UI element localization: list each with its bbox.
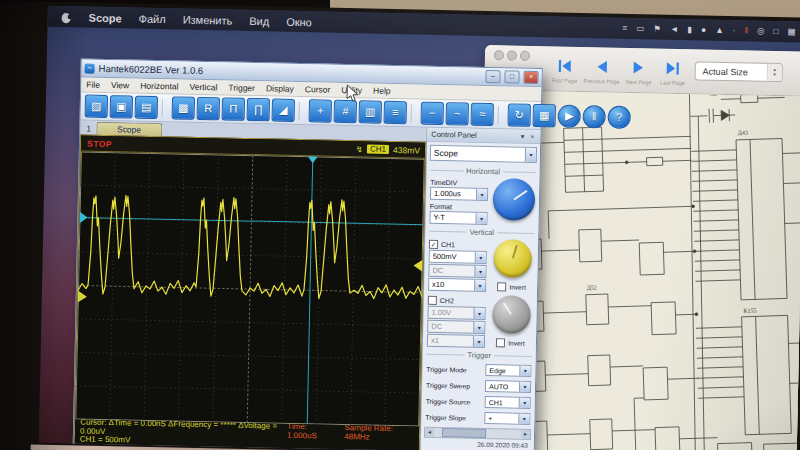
next-page-button[interactable] bbox=[627, 59, 651, 79]
channel1-position-marker[interactable] bbox=[78, 290, 87, 302]
ch2-invert-checkbox[interactable] bbox=[496, 338, 505, 347]
trigger-source-value: CH1 bbox=[489, 399, 503, 406]
cursor-tool-icon[interactable]: + bbox=[309, 99, 332, 122]
menu-vertical[interactable]: Vertical bbox=[189, 82, 217, 93]
stepper-icon[interactable]: ▲▼ bbox=[767, 64, 782, 81]
auto-set-icon[interactable]: ▦ bbox=[532, 104, 555, 127]
menu-app-scope[interactable]: Scope bbox=[89, 11, 122, 24]
ch2-probe-select[interactable]: x1▼ bbox=[427, 334, 485, 348]
apple-menu-icon[interactable] bbox=[62, 11, 72, 23]
ch2-invert-label: Invert bbox=[508, 339, 524, 346]
ch1-checkbox[interactable]: ✓ bbox=[429, 240, 438, 249]
trigger-mode-select[interactable]: Edge▼ bbox=[485, 364, 531, 377]
menu-horizontal[interactable]: Horizontal bbox=[140, 81, 178, 92]
grid-tool-icon[interactable]: # bbox=[334, 100, 357, 123]
channel2-position-marker[interactable] bbox=[79, 211, 87, 223]
ref-wave-icon[interactable]: R bbox=[197, 97, 220, 120]
measure-list-icon[interactable]: ≡ bbox=[384, 101, 407, 124]
scroll-left-arrow[interactable]: ◄ bbox=[425, 428, 434, 437]
trigger-position-marker[interactable] bbox=[308, 156, 318, 163]
scroll-right-arrow[interactable]: ► bbox=[521, 430, 530, 439]
record-indicator-icon[interactable]: ‖ bbox=[744, 27, 748, 36]
square-wave-icon[interactable]: П bbox=[222, 97, 245, 120]
format-label: Format bbox=[430, 203, 488, 211]
pulse-wave-icon[interactable]: ∏ bbox=[247, 98, 270, 121]
menu-cursor[interactable]: Cursor bbox=[305, 84, 331, 95]
schematic-label: Д52 bbox=[587, 284, 597, 290]
maximize-button[interactable]: □ bbox=[504, 70, 519, 83]
timediv-select[interactable]: 1.000us▼ bbox=[430, 187, 488, 201]
filter-icon[interactable]: ≈ bbox=[471, 103, 494, 126]
toolbar-separator bbox=[299, 102, 305, 120]
ch2-coupling-select[interactable]: DC▼ bbox=[427, 320, 485, 334]
ch2-volts-select[interactable]: 1.00V▼ bbox=[427, 306, 485, 320]
menu-window[interactable]: Окно bbox=[286, 15, 312, 28]
graticule-area bbox=[75, 151, 425, 426]
ch2-volts-value: 1.00V bbox=[431, 308, 451, 317]
save-icon[interactable]: ▣ bbox=[110, 95, 133, 118]
menu-display[interactable]: Display bbox=[266, 83, 294, 94]
trigger-sweep-select[interactable]: AUTO▼ bbox=[485, 380, 531, 393]
wifi-icon[interactable]: ▲ bbox=[715, 26, 724, 35]
timediv-label: TimeDIV bbox=[430, 179, 488, 187]
baseline-icon[interactable]: − bbox=[421, 102, 444, 125]
panel-pin-close-icons[interactable]: ▾ × bbox=[521, 132, 537, 140]
trigger-level-marker[interactable] bbox=[413, 259, 422, 271]
first-page-button[interactable] bbox=[553, 57, 577, 77]
display-grid-icon[interactable]: ▩ bbox=[172, 96, 195, 119]
menu-view[interactable]: Вид bbox=[249, 14, 269, 26]
menu-file[interactable]: Файл bbox=[139, 12, 166, 25]
sine-icon[interactable]: ~ bbox=[446, 102, 469, 125]
display-icon[interactable]: ▭ bbox=[636, 24, 644, 33]
separator-dot-icon[interactable]: · bbox=[733, 26, 736, 35]
ch2-position-knob[interactable] bbox=[492, 295, 531, 334]
previous-page-button[interactable] bbox=[590, 58, 614, 78]
trigger-source-label: Trigger Source bbox=[426, 397, 471, 405]
format-select[interactable]: Y-T▼ bbox=[429, 211, 487, 225]
trigger-source-select[interactable]: CH1▼ bbox=[485, 396, 531, 409]
close-traffic-light[interactable] bbox=[494, 50, 504, 60]
ch2-checkbox[interactable] bbox=[428, 296, 437, 305]
panel-mode-select[interactable]: Scope▼ bbox=[430, 145, 537, 163]
ch1-invert-checkbox[interactable] bbox=[497, 282, 506, 291]
ch1-position-knob[interactable] bbox=[493, 239, 532, 278]
spotlight-icon[interactable]: ▦ bbox=[787, 27, 795, 36]
print-icon[interactable]: ▤ bbox=[135, 96, 158, 119]
horizontal-knob[interactable] bbox=[492, 178, 535, 221]
keyboard-flag-icon[interactable]: ⚑ bbox=[653, 25, 661, 34]
trigger-slope-select[interactable]: +▼ bbox=[484, 412, 530, 425]
menu-view[interactable]: View bbox=[111, 80, 129, 90]
close-button[interactable]: × bbox=[523, 71, 538, 84]
battery-icon[interactable]: ▮ bbox=[687, 25, 692, 34]
ch2-label: CH2 bbox=[440, 297, 454, 304]
time-machine-icon[interactable]: ◎ bbox=[757, 27, 765, 36]
open-icon[interactable]: ▨ bbox=[85, 95, 108, 118]
scrollbar-thumb[interactable] bbox=[442, 428, 486, 438]
ch1-probe-select[interactable]: x10▼ bbox=[428, 278, 486, 292]
zoom-level-select[interactable]: Actual Size ▲▼ bbox=[694, 61, 782, 82]
minimize-button[interactable]: – bbox=[485, 70, 500, 83]
menu-help[interactable]: Help bbox=[373, 86, 391, 96]
bluetooth-icon[interactable]: ● bbox=[701, 26, 706, 35]
minimize-traffic-light[interactable] bbox=[507, 50, 517, 60]
menu-file[interactable]: File bbox=[86, 80, 100, 90]
vertical-cursor-icon[interactable]: ▥ bbox=[359, 100, 382, 123]
ch1-coupling-value: DC bbox=[432, 266, 443, 275]
control-panel-title: Control Panel bbox=[431, 130, 477, 140]
ch1-coupling-select[interactable]: DC▼ bbox=[428, 264, 486, 278]
last-page-label: Last Page bbox=[650, 79, 694, 86]
last-page-button[interactable] bbox=[661, 60, 685, 80]
hantek-window: ~ Hantek6022BE Ver 1.0.6 – □ × File View… bbox=[73, 58, 543, 450]
toolbar-separator bbox=[162, 99, 168, 117]
trigger-level-value: 438mV bbox=[393, 145, 420, 156]
menu-edit[interactable]: Изменить bbox=[183, 13, 233, 26]
ch1-volts-select[interactable]: 500mV▼ bbox=[429, 250, 487, 264]
notification-icon[interactable]: □ bbox=[773, 27, 778, 36]
zoom-traffic-light[interactable] bbox=[520, 51, 530, 61]
menu-trigger[interactable]: Trigger bbox=[228, 83, 255, 94]
volume-icon[interactable]: ◄ bbox=[670, 25, 679, 34]
refresh-icon[interactable]: ↻ bbox=[507, 103, 530, 126]
ramp-wave-icon[interactable]: ◢ bbox=[272, 98, 295, 121]
acquisition-status: STOP bbox=[87, 138, 112, 149]
status-misc-icon[interactable]: ≡ bbox=[622, 24, 627, 33]
